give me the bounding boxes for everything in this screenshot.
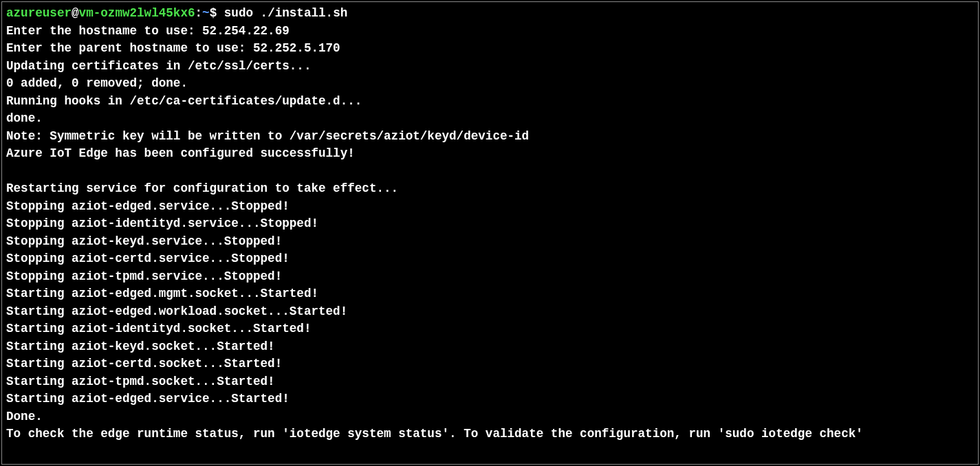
output-line: Starting aziot-certd.socket...Started! <box>6 357 282 370</box>
output-line: Stopping aziot-tpmd.service...Stopped! <box>6 269 282 283</box>
prompt-host: vm-ozmw2lwl45kx6 <box>79 6 195 20</box>
output-line: Stopping aziot-edged.service...Stopped! <box>6 199 290 213</box>
output-line: Stopping aziot-keyd.service...Stopped! <box>6 234 282 248</box>
output-line: Azure IoT Edge has been configured succe… <box>6 146 355 160</box>
output-line: Stopping aziot-certd.service...Stopped! <box>6 252 290 265</box>
output-line: Enter the parent hostname to use: 52.252… <box>6 41 340 55</box>
output-line: To check the edge runtime status, run 'i… <box>6 427 863 441</box>
output-line: done. <box>6 111 43 125</box>
prompt-line: azureuser@vm-ozmw2lwl45kx6:~$ sudo ./ins… <box>6 6 347 20</box>
prompt-user: azureuser <box>6 6 72 20</box>
terminal-window[interactable]: azureuser@vm-ozmw2lwl45kx6:~$ sudo ./ins… <box>1 1 979 465</box>
output-line: Enter the hostname to use: 52.254.22.69 <box>6 24 290 38</box>
output-line: Updating certificates in /etc/ssl/certs.… <box>6 59 311 73</box>
output-line: Starting aziot-keyd.socket...Started! <box>6 340 275 353</box>
output-line: Starting aziot-identityd.socket...Starte… <box>6 322 311 335</box>
output-line: Stopping aziot-identityd.service...Stopp… <box>6 217 318 230</box>
output-line: Restarting service for configuration to … <box>6 181 398 195</box>
prompt-path: ~ <box>202 6 210 20</box>
prompt-colon: : <box>195 6 203 20</box>
command-text: sudo ./install.sh <box>224 6 348 20</box>
output-line: 0 added, 0 removed; done. <box>6 76 188 90</box>
prompt-symbol: $ <box>210 6 224 20</box>
output-line: Starting aziot-edged.service...Started! <box>6 392 290 406</box>
output-line: Done. <box>6 410 43 423</box>
output-line: Starting aziot-tpmd.socket...Started! <box>6 375 275 388</box>
output-line: Starting aziot-edged.mgmt.socket...Start… <box>6 287 318 300</box>
output-line: Note: Symmetric key will be written to /… <box>6 129 529 143</box>
output-line: Starting aziot-edged.workload.socket...S… <box>6 304 347 318</box>
output-line: Running hooks in /etc/ca-certificates/up… <box>6 94 362 108</box>
prompt-at: @ <box>72 6 79 20</box>
